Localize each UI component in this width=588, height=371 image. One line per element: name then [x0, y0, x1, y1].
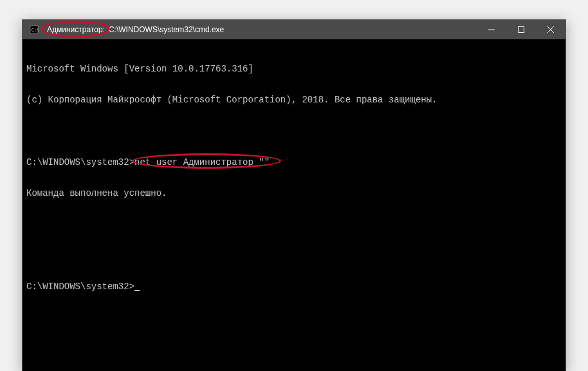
blank-line	[26, 126, 562, 137]
command-line-1: C:\WINDOWS\system32>net user Администрат…	[26, 157, 562, 167]
title-prefix-text: Администратор:	[47, 25, 105, 34]
blank-line-2	[26, 220, 562, 230]
minimize-button[interactable]	[477, 20, 506, 39]
result-line: Команда выполнена успешно.	[26, 188, 562, 198]
titlebar[interactable]: C:\ Администратор: C:\WINDOWS\system32\c…	[23, 20, 565, 39]
command-text: net user Администратор ""	[134, 157, 270, 167]
cmd-icon: C:\	[29, 24, 39, 35]
title-path: C:\WINDOWS\system32\cmd.exe	[107, 25, 224, 34]
svg-text:C:\: C:\	[32, 28, 39, 33]
blank-line-3	[26, 251, 562, 261]
prompt-2: C:\WINDOWS\system32>	[26, 281, 134, 292]
title-prefix: Администратор:	[44, 24, 107, 35]
version-line: Microsoft Windows [Version 10.0.17763.31…	[26, 64, 562, 74]
command-line-2: C:\WINDOWS\system32>	[26, 281, 562, 292]
window-controls	[477, 20, 565, 39]
cmd-window: C:\ Администратор: C:\WINDOWS\system32\c…	[22, 19, 566, 371]
cursor	[134, 290, 140, 291]
svg-rect-3	[519, 27, 524, 33]
maximize-button[interactable]	[506, 20, 536, 39]
prompt-1: C:\WINDOWS\system32>	[26, 157, 134, 167]
copyright-line: (c) Корпорация Майкрософт (Microsoft Cor…	[26, 95, 562, 105]
terminal-area[interactable]: Microsoft Windows [Version 10.0.17763.31…	[23, 39, 565, 371]
close-button[interactable]	[536, 20, 565, 39]
